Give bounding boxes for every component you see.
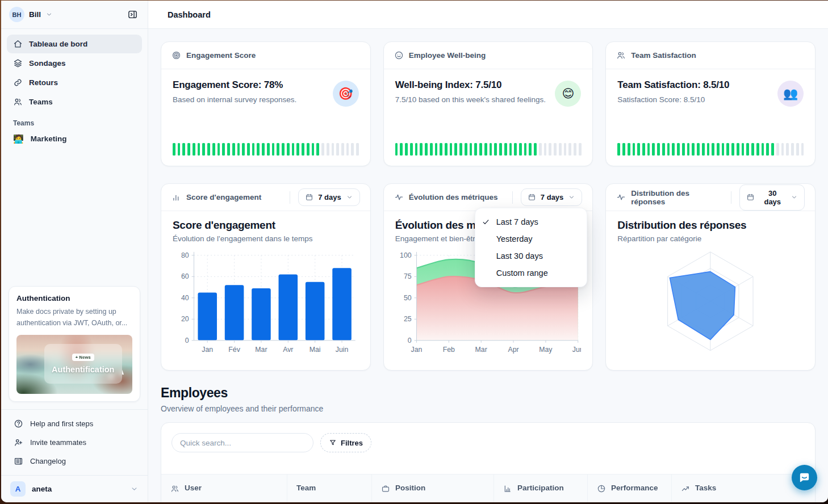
- divider: [290, 191, 290, 204]
- range-menu-item[interactable]: Last 30 days: [475, 247, 587, 264]
- stat-card-body: Team Satisfaction: 8.5/10Satisfaction Sc…: [606, 69, 815, 166]
- stat-title: Well-being Index: 7.5/10: [395, 79, 546, 91]
- bars-mini-icon: [172, 192, 181, 202]
- sidebar-header: BH Bill: [1, 1, 148, 29]
- top-bar: Dashboard: [148, 1, 828, 29]
- progress-segment: [459, 143, 462, 156]
- progress-segment: [232, 143, 235, 156]
- sidebar-footer-invite[interactable]: Invite teammates: [7, 433, 142, 452]
- sidebar-collapse-button[interactable]: [124, 6, 141, 23]
- radar-chart: [617, 246, 804, 358]
- search-input[interactable]: [172, 433, 313, 452]
- svg-text:20: 20: [181, 315, 189, 323]
- stat-title: Team Satisfaction: 8.5/10: [617, 79, 729, 91]
- filters-button[interactable]: Filtres: [320, 433, 371, 452]
- progress-segment: [474, 143, 477, 156]
- range-menu: Last 7 daysYesterdayLast 30 daysCustom r…: [475, 208, 587, 287]
- progress-segment: [622, 143, 625, 156]
- progress-segment: [579, 143, 582, 156]
- smile-icon: [394, 51, 404, 60]
- column-header-performance[interactable]: Performance: [587, 474, 671, 502]
- svg-text:Juin: Juin: [336, 346, 349, 354]
- sidebar-item-teams[interactable]: Teams: [7, 93, 142, 111]
- svg-text:Mai: Mai: [310, 346, 321, 354]
- sidebar-team-marketing[interactable]: 🧑‍💻Marketing: [1, 130, 148, 148]
- calendar-icon: [746, 193, 755, 201]
- svg-text:25: 25: [404, 315, 412, 323]
- progress-segment: [332, 143, 334, 156]
- range-menu-item[interactable]: Yesterday: [475, 230, 587, 247]
- sidebar-footer-help[interactable]: Help and first steps: [7, 414, 142, 433]
- divider: [512, 191, 513, 204]
- progress-segment: [762, 143, 764, 156]
- progress-segment: [662, 143, 665, 156]
- column-header-team[interactable]: Team: [287, 474, 371, 502]
- promo-image[interactable]: + News Authentification: [16, 335, 132, 394]
- svg-text:Jun: Jun: [572, 346, 581, 354]
- progress-segment: [450, 143, 453, 156]
- svg-text:0: 0: [185, 337, 189, 345]
- range-select-button[interactable]: 7 days: [298, 188, 359, 206]
- column-header-position[interactable]: Position: [371, 474, 494, 502]
- progress-segment: [346, 143, 349, 156]
- users-icon: [170, 484, 179, 493]
- progress-segment: [287, 143, 290, 156]
- svg-text:100: 100: [400, 251, 412, 259]
- progress-segment: [252, 143, 255, 156]
- column-header-participation[interactable]: Participation: [494, 474, 587, 502]
- progress-segment: [262, 143, 265, 156]
- user-menu[interactable]: Bill: [29, 10, 41, 19]
- progress-segment: [400, 143, 403, 156]
- employees-title: Employees: [161, 385, 816, 401]
- progress-segment: [356, 143, 359, 156]
- chart-card-body: Score d'engagementÉvolution de l'engagem…: [161, 211, 370, 358]
- progress-segment: [529, 143, 532, 156]
- progress-segment: [731, 143, 734, 156]
- range-select-button[interactable]: 30 days: [739, 184, 805, 211]
- workspace-switcher[interactable]: A aneta: [1, 475, 148, 502]
- progress-segment: [237, 143, 240, 156]
- stat-emoji-badge: 🎯: [333, 81, 359, 107]
- progress-segment: [490, 143, 492, 156]
- news-badge: + News: [72, 354, 94, 361]
- range-select-button[interactable]: 7 days: [521, 188, 582, 206]
- progress-segment: [801, 143, 804, 156]
- progress-segment: [737, 143, 739, 156]
- progress-segment: [776, 143, 779, 156]
- range-menu-item[interactable]: Last 7 days: [475, 213, 587, 230]
- chevron-down-icon[interactable]: [45, 11, 53, 18]
- stat-subtitle: Based on internal survey responses.: [173, 95, 296, 104]
- column-header-user[interactable]: User: [161, 474, 287, 502]
- link-icon: [13, 78, 23, 87]
- funnel-icon: [329, 439, 337, 447]
- promo-description: Make docs private by setting up authenti…: [16, 306, 132, 329]
- progress-segment: [796, 143, 799, 156]
- progress-segment: [202, 143, 205, 156]
- briefcase-icon: [381, 484, 390, 493]
- svg-text:75: 75: [404, 272, 412, 280]
- users-icon: [13, 97, 23, 107]
- sidebar-nav: Tableau de bordSondagesRetoursTeams: [1, 29, 148, 112]
- range-menu-item[interactable]: Custom range: [475, 264, 587, 282]
- main-area: Dashboard Engagement ScoreEngagement Sco…: [148, 1, 828, 502]
- progress-segment: [494, 143, 497, 156]
- sidebar-item-sondages[interactable]: Sondages: [7, 54, 142, 73]
- progress-segment: [405, 143, 408, 156]
- progress-segment: [697, 143, 700, 156]
- user-avatar[interactable]: BH: [9, 7, 24, 22]
- progress-segment: [316, 143, 319, 156]
- chat-launcher-button[interactable]: [792, 465, 817, 490]
- progress-segment: [717, 143, 720, 156]
- calendar-icon: [528, 193, 536, 201]
- progress-segment: [272, 143, 275, 156]
- svg-text:Jan: Jan: [411, 346, 422, 354]
- page-title: Dashboard: [168, 10, 211, 19]
- progress-segment: [499, 143, 502, 156]
- progress-segment: [420, 143, 423, 156]
- chevron-down-icon[interactable]: [130, 485, 139, 493]
- progress-segment: [454, 143, 457, 156]
- sidebar-footer-changelog[interactable]: Changelog: [7, 452, 142, 471]
- sidebar-item-tableau-de-bord[interactable]: Tableau de bord: [7, 35, 142, 53]
- progress-segment: [677, 143, 680, 156]
- sidebar-item-retours[interactable]: Retours: [7, 73, 142, 92]
